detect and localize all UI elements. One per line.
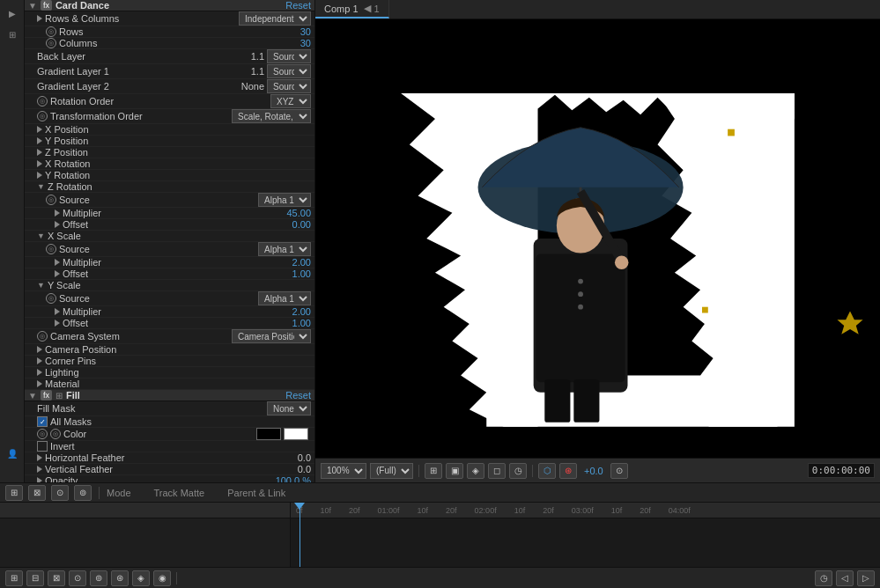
y-scale-multiplier-value[interactable]: 2.00 (292, 306, 311, 317)
camera-position-label: Camera Position (45, 344, 311, 355)
z-rotation-offset-value[interactable]: 0.00 (292, 219, 311, 230)
svg-rect-18 (728, 129, 735, 136)
side-toolbar: ▶ ⊞ 👤 (0, 0, 25, 482)
z-position-row: Z Position (25, 147, 314, 158)
gradient-layer1-select[interactable]: Source (267, 64, 311, 78)
timeline-btn-3[interactable]: ⊙ (51, 485, 69, 501)
rows-stopwatch[interactable]: ◎ (46, 26, 56, 37)
render-button[interactable]: ◻ (488, 463, 506, 479)
snapshot-button[interactable]: ⊙ (610, 463, 628, 479)
bottom-right-btn-1[interactable]: ◷ (815, 570, 832, 586)
y-scale-source-row: ◎ Source Alpha 1 (25, 291, 314, 306)
y-scale-source-stopwatch[interactable]: ◎ (46, 293, 56, 304)
invert-checkbox[interactable] (37, 441, 48, 452)
svg-point-12 (578, 305, 583, 310)
grid-button[interactable]: ⊞ (425, 463, 442, 479)
playhead[interactable] (299, 503, 300, 567)
side-icon-person[interactable]: 👤 (3, 444, 22, 463)
zoom-select[interactable]: 100% (321, 463, 366, 479)
x-position-row: X Position (25, 124, 314, 136)
back-layer-select[interactable]: Source (267, 49, 311, 63)
color-swatch-black[interactable] (256, 428, 281, 440)
ruler-tick-220: 20f (543, 506, 554, 515)
all-masks-checkbox[interactable]: ✓ (37, 416, 48, 427)
fx-fill-header[interactable]: ▼ fx ⊞ Fill Reset (25, 390, 314, 401)
rotation-order-select[interactable]: XYZ (270, 94, 311, 108)
ruler-tick-1min: 01:00f (378, 506, 400, 515)
view-button[interactable]: ▣ (446, 463, 463, 479)
side-icon-2[interactable]: ⊞ (3, 25, 22, 44)
x-scale-multiplier-value[interactable]: 2.00 (292, 257, 311, 268)
timeline-btn-2[interactable]: ⊠ (28, 485, 46, 501)
rotation-order-stopwatch[interactable]: ◎ (37, 96, 48, 107)
bottom-btn-4[interactable]: ⊙ (69, 570, 86, 586)
material-label: Material (45, 379, 311, 389)
quality-select[interactable]: (Full) (370, 463, 413, 479)
material-row: Material (25, 379, 314, 390)
corner-pins-row: Corner Pins (25, 356, 314, 367)
x-scale-source-select[interactable]: Alpha 1 (258, 242, 311, 256)
color-stopwatch2[interactable]: ◎ (50, 429, 61, 439)
bottom-btn-1[interactable]: ⊞ (5, 570, 23, 586)
green-indicator: +0.0 (584, 466, 603, 476)
rows-columns-label: Rows & Columns (45, 13, 239, 24)
card-dance-reset[interactable]: Reset (285, 0, 311, 11)
rows-columns-select[interactable]: Independent (239, 11, 311, 26)
playhead-marker (294, 503, 305, 510)
columns-value[interactable]: 30 (300, 38, 311, 48)
timeline-btn-1[interactable]: ⊞ (5, 485, 23, 501)
bottom-btn-2[interactable]: ⊟ (26, 570, 44, 586)
z-rotation-source-select[interactable]: Alpha 1 (258, 193, 311, 207)
z-rotation-source-stopwatch[interactable]: ◎ (46, 195, 56, 205)
color-swatch-white[interactable] (284, 428, 308, 440)
camera-system-label: Camera System (50, 331, 232, 342)
fill-opacity-value[interactable]: 100.0 % (276, 475, 311, 482)
fx-card-dance-header[interactable]: ▼ fx Card Dance Reset (25, 0, 314, 11)
bottom-btn-3[interactable]: ⊠ (48, 570, 65, 586)
camera-system-row: ◎ Camera System Camera Position (25, 329, 314, 344)
fill-mask-select[interactable]: None (267, 401, 311, 415)
side-icon-1[interactable]: ▶ (3, 4, 22, 23)
y-scale-source-select[interactable]: Alpha 1 (258, 291, 311, 305)
z-rotation-row: ▼ Z Rotation (25, 181, 314, 193)
rec-button[interactable]: ⊛ (559, 463, 577, 479)
mask-button[interactable]: ◈ (467, 463, 484, 479)
viewport-controls: 100% (Full) ⊞ ▣ ◈ ◻ ◷ ⬡ ⊛ +0.0 ⊙ 0:00:00… (315, 458, 880, 482)
camera-system-stopwatch[interactable]: ◎ (37, 331, 48, 342)
color-picker-button[interactable]: ⬡ (538, 463, 556, 479)
bottom-btn-5[interactable]: ⊚ (90, 570, 107, 586)
rows-value[interactable]: 30 (300, 26, 311, 37)
camera-button[interactable]: ◷ (509, 463, 527, 479)
bottom-right-btn-2[interactable]: ◁ (836, 570, 854, 586)
z-rotation-multiplier-value[interactable]: 45.00 (286, 208, 311, 218)
fill-reset[interactable]: Reset (285, 390, 311, 401)
tl-label-parent: Parent & Link (227, 488, 285, 498)
tl-label-mode: Mode (107, 488, 131, 498)
ruler-tick-4min: 04:00f (669, 506, 691, 515)
ruler-tick-210: 10f (514, 506, 526, 515)
bottom-btn-7[interactable]: ◈ (132, 570, 150, 586)
y-scale-offset-value[interactable]: 1.00 (292, 318, 311, 328)
color-stopwatch[interactable]: ◎ (37, 429, 48, 439)
camera-system-select[interactable]: Camera Position (232, 329, 311, 343)
bottom-right-btn-3[interactable]: ▷ (857, 570, 875, 586)
x-scale-offset-value[interactable]: 1.00 (292, 268, 311, 279)
lighting-label: Lighting (45, 367, 311, 378)
separator-1 (418, 465, 419, 477)
svg-point-10 (578, 279, 583, 284)
transformation-order-stopwatch[interactable]: ◎ (37, 111, 48, 121)
v-feather-value: 0.0 (298, 464, 311, 474)
tl-sep-1 (99, 487, 100, 499)
columns-stopwatch[interactable]: ◎ (46, 38, 56, 48)
timeline-btn-4[interactable]: ⊚ (74, 485, 92, 501)
transformation-order-select[interactable]: Scale, Rotate, Position (232, 109, 311, 123)
bottom-btn-6[interactable]: ⊛ (111, 570, 129, 586)
gradient-layer2-select[interactable]: Source (267, 79, 311, 93)
ruler-tick-3min: 03:00f (572, 506, 594, 515)
x-scale-source-stopwatch[interactable]: ◎ (46, 244, 56, 254)
bottom-timeline: ⊞ ⊠ ⊙ ⊚ Mode Track Matte Parent & Link 0… (0, 482, 880, 588)
bottom-btn-8[interactable]: ◉ (153, 570, 171, 586)
comp1-tab[interactable]: Comp 1 ◀ 1 (315, 0, 389, 18)
ruler-tick-120: 20f (446, 506, 457, 515)
svg-rect-13 (544, 379, 570, 423)
